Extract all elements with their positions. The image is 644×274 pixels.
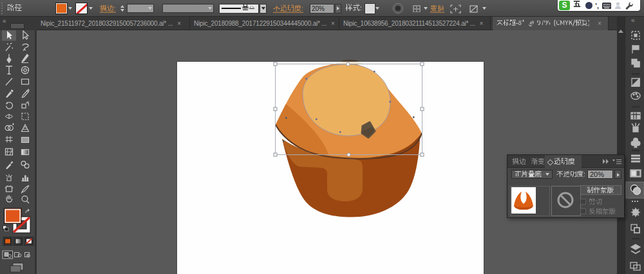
svg-text:«: « xyxy=(631,17,635,24)
